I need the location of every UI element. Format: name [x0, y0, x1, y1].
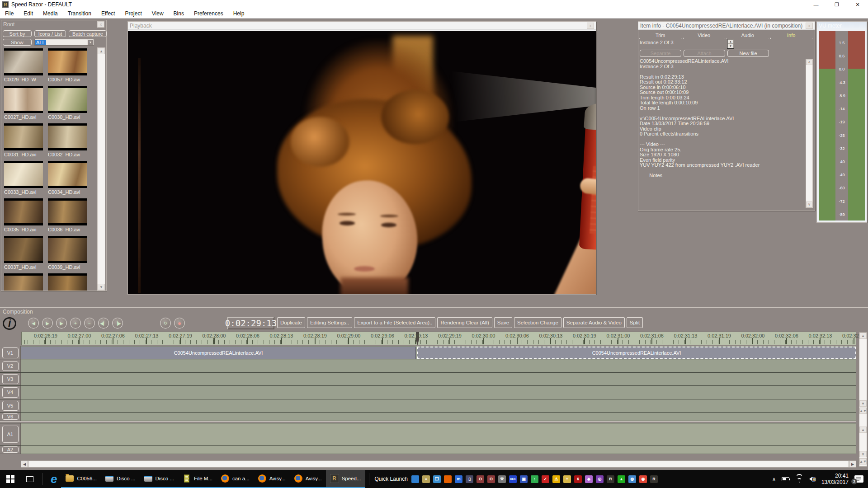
- icons-list-button[interactable]: Icons / List: [34, 30, 66, 37]
- transport-zoom-out-button[interactable]: −: [84, 318, 95, 328]
- new-file-button[interactable]: New file: [727, 50, 769, 57]
- show-desktop-icon[interactable]: [411, 475, 419, 483]
- chevron-down-icon[interactable]: ▼: [87, 39, 94, 45]
- bin-clip-item[interactable]: C0037_HD.avi: [4, 236, 44, 273]
- track-button-v4[interactable]: V4: [2, 387, 19, 398]
- track-spinner-icon[interactable]: ▲▼: [859, 458, 867, 465]
- menu-edit[interactable]: Edit: [19, 9, 38, 18]
- bin-scrollbar[interactable]: ▲ ▼: [97, 47, 105, 291]
- spinner-up-icon[interactable]: ▲: [727, 39, 734, 44]
- bin-clip-item[interactable]: C0033_HD.avi: [4, 161, 44, 198]
- taskbar-app-c0056[interactable]: C0056...: [61, 470, 100, 488]
- attach-button[interactable]: Attach: [684, 50, 725, 57]
- track-button-a2[interactable]: A2: [2, 446, 19, 453]
- track-lane-v5[interactable]: [21, 399, 856, 412]
- bin-clip-item[interactable]: C0032_HD.avi: [48, 123, 88, 161]
- tab-video[interactable]: Video: [683, 31, 726, 39]
- razor2-icon[interactable]: R: [650, 475, 658, 483]
- menu-effect[interactable]: Effect: [96, 9, 120, 18]
- taskbar-edge-button[interactable]: e: [47, 470, 61, 488]
- archive-icon[interactable]: ≡: [422, 475, 430, 483]
- item-info-close-icon[interactable]: x: [806, 23, 813, 29]
- timeline-ruler[interactable]: 0:02:26:190:02:27:000:02:27:060:02:27:13…: [21, 332, 856, 345]
- transport-go-to-out-button[interactable]: ▕▶: [112, 318, 123, 328]
- track-lane-a1[interactable]: [21, 423, 856, 445]
- transport-record-button[interactable]: ●: [174, 318, 185, 328]
- track-spinner-icon[interactable]: ▲▼: [859, 408, 867, 414]
- transport-step-back-button[interactable]: ◀: [28, 318, 39, 328]
- track-lane-a2[interactable]: [21, 446, 856, 454]
- separate-button[interactable]: Separate: [640, 50, 681, 57]
- show-filter-dropdown[interactable]: ALL ▼: [34, 39, 94, 46]
- scroll-up-icon[interactable]: ▲: [859, 333, 867, 339]
- track-lane-v1[interactable]: C0054UncompressedREALinterlace.AVIC0054U…: [21, 346, 856, 360]
- opera-icon[interactable]: O: [476, 475, 484, 483]
- transport-zoom-in-button[interactable]: +: [70, 318, 81, 328]
- show-button[interactable]: Show: [3, 39, 32, 46]
- taskbar-app-disco[interactable]: Disco ...: [140, 470, 179, 488]
- menu-media[interactable]: Media: [38, 9, 63, 18]
- six-icon[interactable]: 6: [574, 475, 582, 483]
- track-lane-v6[interactable]: [21, 413, 856, 421]
- taskbar-app-avisy[interactable]: Avisy...: [290, 470, 326, 488]
- bin-clip-item[interactable]: C0029_HD_W__: [4, 48, 44, 86]
- timeline-hscrollbar[interactable]: ◀ ▶: [21, 460, 856, 468]
- timeline-clip[interactable]: C0054UncompressedREALinterlace.AVI: [21, 347, 416, 359]
- taskbar-app-disco[interactable]: Disco ...: [101, 470, 140, 488]
- transport-loop-button[interactable]: ↻: [160, 318, 171, 328]
- toolbar-editing-settings-button[interactable]: Editing Settings..: [307, 317, 352, 328]
- bin-clip-item[interactable]: [4, 273, 44, 291]
- scroll-down-icon[interactable]: ▼: [859, 400, 867, 407]
- bin-clip-item[interactable]: C0035_HD.avi: [4, 198, 44, 236]
- bin-clip-item[interactable]: C0031_HD.avi: [4, 123, 44, 161]
- transport-play-button[interactable]: ▶: [42, 318, 53, 328]
- track-button-v3[interactable]: V3: [2, 374, 19, 384]
- bin-clip-item[interactable]: C0034_HD.avi: [48, 161, 88, 198]
- tab-info[interactable]: Info: [770, 31, 813, 39]
- menu-bins[interactable]: Bins: [169, 9, 189, 18]
- scroll-up-icon[interactable]: ∧: [806, 59, 812, 65]
- start-button[interactable]: [0, 470, 21, 488]
- scroll-up-icon[interactable]: ▲: [859, 427, 867, 433]
- track-button-a1[interactable]: A1: [2, 426, 19, 442]
- bin-clip-item[interactable]: C0030_HD.avi: [48, 86, 88, 123]
- track-lane-v3[interactable]: [21, 373, 856, 385]
- toolbar-selection-change-button[interactable]: Selection Change: [514, 317, 561, 328]
- menu-view[interactable]: View: [147, 9, 169, 18]
- tray-clock[interactable]: 20:41 13/03/2017: [821, 473, 849, 485]
- track-button-v2[interactable]: V2: [2, 361, 19, 371]
- track-button-v1[interactable]: V1: [2, 347, 19, 358]
- tab-trim[interactable]: Trim: [639, 31, 682, 39]
- timeline-vscrollbar[interactable]: ▲ ▼ ▲▼ ▲ ▼ ▲▼: [859, 332, 867, 467]
- menu-help[interactable]: Help: [228, 9, 250, 18]
- transport-go-to-in-button[interactable]: ◀▏: [98, 318, 109, 328]
- tree-icon[interactable]: ▲: [618, 475, 625, 483]
- timeline-clip[interactable]: C0054UncompressedREALinterlace.AVI: [417, 347, 856, 359]
- door-icon[interactable]: ▯: [466, 475, 473, 483]
- bin-clip-item[interactable]: C0027_HD.avi: [4, 86, 44, 123]
- track-button-v5[interactable]: V5: [2, 401, 19, 411]
- volume-icon[interactable]: ))): [809, 477, 816, 482]
- rocket-icon[interactable]: ◆: [585, 475, 593, 483]
- instance-spinner[interactable]: ▲▼: [727, 39, 734, 49]
- playback-close-icon[interactable]: x: [587, 23, 594, 29]
- taskbar-app-avisy[interactable]: Avisy...: [254, 470, 290, 488]
- taskbar-app-speed[interactable]: RSpeed...: [326, 470, 365, 488]
- bin-clip-item[interactable]: C0039_HD.avi: [48, 236, 88, 273]
- task-view-button[interactable]: [21, 470, 39, 488]
- chrome-icon[interactable]: ◉: [639, 475, 647, 483]
- warning-icon[interactable]: ⚠: [552, 475, 560, 483]
- menu-transition[interactable]: Transition: [63, 9, 96, 18]
- minimize-button[interactable]: —: [806, 0, 826, 9]
- toolbar-export-to-a-file-selected-area-button[interactable]: Export to a File (Selected Area)..: [354, 317, 435, 328]
- track-lane-v4[interactable]: [21, 386, 856, 399]
- batch-capture-button[interactable]: Batch capture: [69, 30, 107, 37]
- bin-close-icon[interactable]: x: [97, 21, 104, 28]
- explorer-icon[interactable]: ❒: [433, 475, 441, 483]
- battery-icon[interactable]: [782, 477, 789, 481]
- scroll-down-icon[interactable]: ▼: [859, 451, 867, 457]
- video-preview[interactable]: [128, 31, 596, 294]
- upload-icon[interactable]: ↑: [531, 475, 538, 483]
- firefox-icon[interactable]: [444, 475, 452, 483]
- wifi-icon[interactable]: [795, 476, 803, 482]
